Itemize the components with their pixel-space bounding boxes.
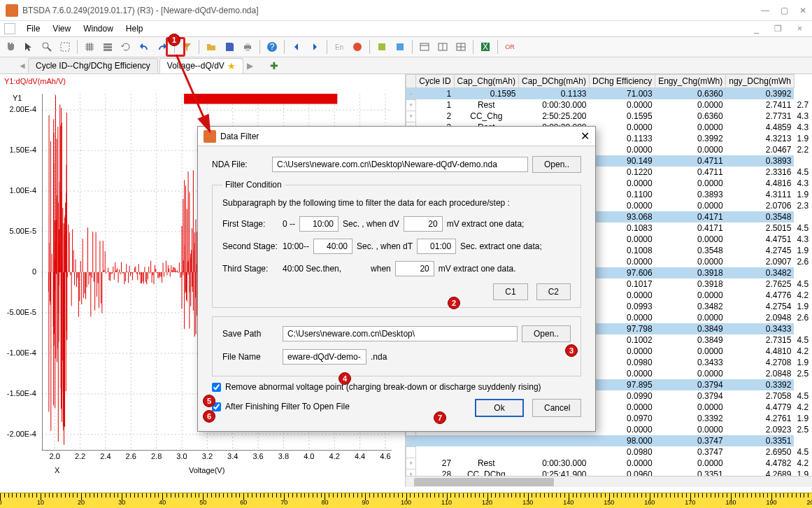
- grid-icon[interactable]: [82, 39, 97, 55]
- menu-file[interactable]: File: [21, 22, 45, 35]
- first-dv-input[interactable]: [404, 216, 443, 232]
- nda-file-input[interactable]: [272, 157, 528, 172]
- close-button[interactable]: ✕: [799, 6, 806, 15]
- mdi-restore-icon[interactable]: ❐: [769, 22, 788, 35]
- prev-icon[interactable]: [289, 39, 304, 55]
- svg-point-11: [353, 43, 362, 51]
- next-icon[interactable]: [307, 39, 322, 55]
- hand-tool-icon[interactable]: [3, 39, 18, 55]
- first-time-input[interactable]: [299, 216, 339, 232]
- menubar: File View Window Help _ ❐ ×: [0, 21, 812, 36]
- ruler[interactable]: 0102030405060708090100110120130140150160…: [0, 493, 812, 508]
- file-name-input[interactable]: [283, 349, 366, 365]
- menu-view[interactable]: View: [47, 22, 76, 35]
- dialog-titlebar[interactable]: Data Filter ✕: [198, 127, 595, 146]
- star-icon: ★: [227, 61, 236, 71]
- cancel-button[interactable]: Cancel: [532, 399, 581, 417]
- svg-rect-12: [378, 43, 385, 50]
- mdi-minimize-icon[interactable]: _: [748, 22, 764, 35]
- callout-7: 7: [434, 411, 446, 424]
- table-row[interactable]: +1Rest0:00:30.0000.00000.00002.74112.7: [406, 99, 812, 111]
- second-time-input[interactable]: [313, 239, 352, 254]
- x-axis-title: Voltage(V): [189, 466, 225, 474]
- data-filter-dialog: Data Filter ✕ NDA File: Open.. Filter Co…: [197, 126, 596, 432]
- table-row[interactable]: +27Rest0:00:30.0000.00000.00004.47824.2: [406, 458, 812, 469]
- titlebar: BTSDA 7.6.0.249(2019.01.17) (R3) - [Newa…: [0, 0, 812, 21]
- y-ticks: -2.00E-4-1.50E-4-1.00E-4-5.00E-505.00E-5…: [6, 94, 39, 451]
- svg-rect-5: [104, 49, 112, 51]
- menu-help[interactable]: Help: [120, 22, 149, 35]
- maximize-button[interactable]: ▢: [781, 6, 788, 15]
- callout-6: 6: [203, 410, 215, 423]
- x-symbol: X: [55, 466, 59, 474]
- mdi-close-icon[interactable]: ×: [792, 22, 808, 35]
- table-row[interactable]: 0.09800.37472.69504.5: [406, 446, 812, 458]
- open-after-label: After Finishing Filter To Open File: [225, 402, 350, 411]
- table2-icon[interactable]: [435, 39, 450, 55]
- third-stage-label: Third Stage:: [222, 264, 278, 274]
- add-tab-icon[interactable]: ✚: [270, 60, 278, 71]
- first-stage-label: First Stage:: [222, 219, 278, 229]
- excel-icon[interactable]: X: [478, 39, 493, 55]
- pointer-tool-icon[interactable]: [21, 39, 36, 55]
- table-row[interactable]: +2CC_Chg2:50:25.2000.15950.63602.77314.3: [406, 111, 812, 122]
- svg-text:?: ?: [270, 42, 275, 52]
- app-title: BTSDA 7.6.0.249(2019.01.17) (R3) - [Newa…: [22, 6, 259, 15]
- dialog-close-icon[interactable]: ✕: [580, 129, 590, 143]
- tab-next-icon[interactable]: ▶: [245, 61, 256, 71]
- refresh-icon[interactable]: [118, 39, 134, 55]
- tab-efficiency[interactable]: Cycle ID--Chg/DChg Efficiency: [28, 58, 158, 73]
- svg-rect-3: [104, 43, 112, 45]
- help-icon[interactable]: ?: [264, 39, 280, 55]
- chart-list-icon[interactable]: [100, 39, 115, 55]
- en-lang-icon[interactable]: En: [332, 39, 347, 55]
- y1-series-label: Y1:dQ/dV(mAh/V): [4, 77, 66, 85]
- third-val-input[interactable]: [395, 261, 434, 276]
- save-open-button[interactable]: Open..: [522, 325, 571, 342]
- document-icon: [4, 23, 15, 34]
- callout-2: 2: [448, 297, 460, 309]
- svg-rect-2: [61, 43, 69, 51]
- table1-icon[interactable]: [417, 39, 432, 55]
- menu-window[interactable]: Window: [78, 22, 119, 35]
- second-dt-input[interactable]: [417, 239, 456, 254]
- callout-3: 3: [565, 344, 578, 357]
- filter-condition-legend: Filter Condition: [222, 180, 285, 190]
- undo-icon[interactable]: [136, 39, 152, 55]
- open-icon[interactable]: [204, 39, 219, 55]
- origin-icon[interactable]: OR: [502, 39, 518, 55]
- tabbar: ◄ Cycle ID--Chg/DChg Efficiency Voltage-…: [0, 57, 812, 74]
- tool-a-icon[interactable]: [374, 39, 390, 55]
- c1-button[interactable]: C1: [493, 283, 527, 300]
- print-icon[interactable]: [240, 39, 255, 55]
- save-path-label: Save Path: [222, 329, 278, 339]
- callout-5: 5: [203, 395, 215, 407]
- minimize-button[interactable]: —: [761, 6, 769, 15]
- horizontal-scrollbar[interactable]: [406, 476, 812, 487]
- save-path-input[interactable]: [283, 326, 518, 341]
- tab-dqdv[interactable]: Voltage--dQ/dV★: [159, 58, 243, 73]
- svg-text:X: X: [483, 42, 488, 52]
- filter-intro: Subparagraph by the following time to fi…: [222, 198, 571, 208]
- remove-abnormal-checkbox[interactable]: [212, 383, 221, 392]
- save-icon[interactable]: [222, 39, 237, 55]
- svg-rect-14: [420, 43, 429, 50]
- nda-open-button[interactable]: Open..: [532, 156, 581, 173]
- callout-4: 4: [339, 372, 351, 385]
- table-row[interactable]: -10.15950.113371.0030.63600.3992: [406, 88, 812, 100]
- tab-prev-icon[interactable]: ◄: [17, 61, 28, 71]
- select-rect-icon[interactable]: [57, 39, 73, 55]
- ok-button[interactable]: Ok: [475, 399, 524, 417]
- nda-file-label: NDA File:: [212, 160, 268, 169]
- zoom-icon[interactable]: [39, 39, 55, 55]
- toolbar: ? En X OR: [0, 36, 812, 57]
- tool-b-icon[interactable]: [392, 39, 408, 55]
- second-stage-label: Second Stage:: [222, 241, 278, 251]
- c2-button[interactable]: C2: [536, 283, 571, 300]
- cn-lang-icon[interactable]: [350, 39, 365, 55]
- table3-icon[interactable]: [453, 39, 469, 55]
- x-ticks: 2.02.22.42.62.83.03.23.43.63.84.04.24.44…: [42, 452, 392, 463]
- table-row[interactable]: 98.0000.37470.3351: [406, 435, 812, 446]
- dialog-icon: [204, 130, 216, 143]
- svg-rect-7: [245, 43, 250, 45]
